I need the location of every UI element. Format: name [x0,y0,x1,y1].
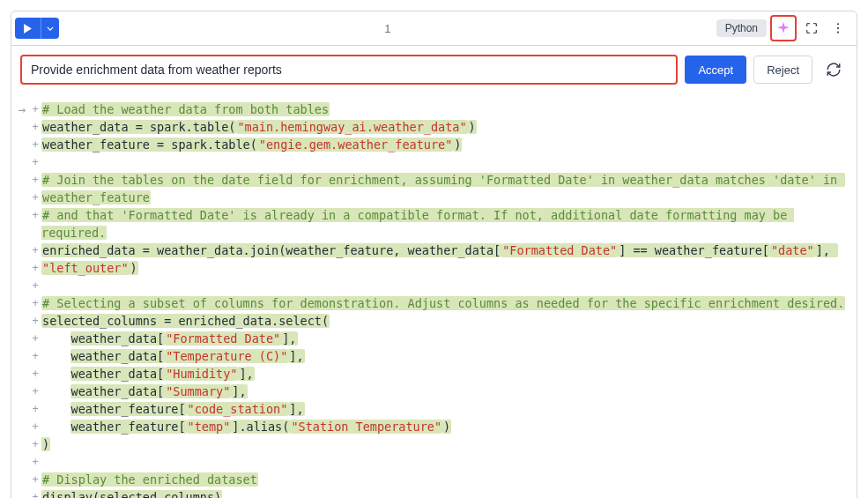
sparkle-icon [775,20,791,36]
ai-assistant-button[interactable] [770,15,797,41]
code-text: selected_columns = enriched_data.select( [41,312,849,330]
code-line: + weather_data["Formatted Date"], [15,330,849,347]
run-button-group [15,18,59,39]
code-line: +enriched_data = weather_data.join(weath… [15,242,849,259]
code-line: + [15,153,849,171]
diff-plus-icon: + [29,488,41,498]
diff-plus-icon: + [29,330,41,347]
svg-point-1 [837,27,839,29]
code-text: enriched_data = weather_data.join(weathe… [41,242,849,259]
code-text: weather_feature["temp"].alias("Station T… [41,418,849,435]
code-editor[interactable]: →+# Load the weather data from both tabl… [11,93,857,498]
accept-button[interactable]: Accept [685,56,746,84]
code-text: ) [41,435,849,453]
code-line: + [15,277,849,294]
code-line: +"left_outer") [15,259,849,277]
code-text: # Selecting a subset of columns for demo… [41,294,849,312]
refresh-icon [826,62,842,78]
diff-plus-icon: + [29,471,41,488]
diff-plus-icon: + [29,206,41,224]
code-line: +# and that 'Formatted Date' is already … [15,206,849,242]
diff-plus-icon: + [29,294,41,312]
play-icon [23,24,33,33]
cell-index: 1 [63,22,713,35]
diff-plus-icon: + [29,400,41,418]
run-button[interactable] [15,18,41,39]
diff-plus-icon: + [29,383,41,400]
code-text: "left_outer") [41,259,849,277]
diff-plus-icon: + [29,418,41,435]
diff-plus-icon: + [29,171,41,189]
diff-plus-icon: + [29,435,41,453]
code-text: # Display the enriched dataset [41,471,849,488]
regenerate-button[interactable] [820,56,848,84]
diff-plus-icon: + [29,189,41,206]
code-text: weather_feature = spark.table("engie.gem… [41,136,849,153]
run-dropdown-button[interactable] [41,18,59,39]
code-line: +# Join the tables on the date field for… [15,171,849,189]
svg-point-0 [837,23,839,25]
svg-point-2 [837,32,839,33]
chevron-down-icon [47,25,54,33]
notebook-cell: 1 Python Provide enrichment data from we… [11,11,857,498]
expand-icon [805,21,819,35]
code-line: +) [15,435,849,453]
diff-plus-icon: + [29,118,41,136]
code-line: +selected_columns = enriched_data.select… [15,312,849,330]
ai-prompt-row: Provide enrichment data from weather rep… [11,46,857,93]
code-line: +weather_feature [15,189,849,206]
code-line: +weather_data = spark.table("main.heming… [15,118,849,136]
diff-plus-icon: + [29,242,41,259]
code-line: +display(selected_columns) [15,488,849,498]
code-text: weather_data = spark.table("main.hemingw… [41,118,849,136]
diff-plus-icon: + [29,136,41,153]
code-line: + weather_feature["code_station"], [15,400,849,418]
expand-button[interactable] [800,17,823,40]
code-text: weather_data["Temperature (C)"], [41,347,849,365]
code-line: →+# Load the weather data from both tabl… [15,100,849,118]
code-line: + [15,453,849,471]
code-text: # Load the weather data from both tables [41,100,849,118]
diff-plus-icon: + [29,259,41,277]
diff-plus-icon: + [29,453,41,471]
code-line: +# Selecting a subset of columns for dem… [15,294,849,312]
reject-button[interactable]: Reject [753,56,812,84]
cell-toolbar: 1 Python [11,11,857,46]
diff-plus-icon: + [29,277,41,294]
code-text: weather_feature["code_station"], [41,400,849,418]
kebab-icon [831,21,845,35]
code-line: + weather_data["Summary"], [15,383,849,400]
ai-prompt-text: Provide enrichment data from weather rep… [31,63,282,77]
diff-plus-icon: + [29,365,41,383]
code-text: weather_data["Humidity"], [41,365,849,383]
code-line: +weather_feature = spark.table("engie.ge… [15,136,849,153]
code-line: + weather_feature["temp"].alias("Station… [15,418,849,435]
code-text: # Join the tables on the date field for … [41,171,849,189]
code-line: + weather_data["Temperature (C)"], [15,347,849,365]
code-text: weather_data["Summary"], [41,383,849,400]
ai-prompt-input[interactable]: Provide enrichment data from weather rep… [20,55,678,85]
gutter-arrow: → [15,100,29,118]
code-line: +# Display the enriched dataset [15,471,849,488]
code-line: + weather_data["Humidity"], [15,365,849,383]
code-text: weather_feature [41,189,849,206]
diff-plus-icon: + [29,153,41,171]
diff-plus-icon: + [29,312,41,330]
diff-plus-icon: + [29,100,41,118]
code-text: weather_data["Formatted Date"], [41,330,849,347]
diff-plus-icon: + [29,347,41,365]
code-text: display(selected_columns) [41,488,849,498]
kebab-menu-button[interactable] [827,17,849,40]
language-selector[interactable]: Python [716,19,767,37]
code-text: # and that 'Formatted Date' is already i… [41,206,849,242]
